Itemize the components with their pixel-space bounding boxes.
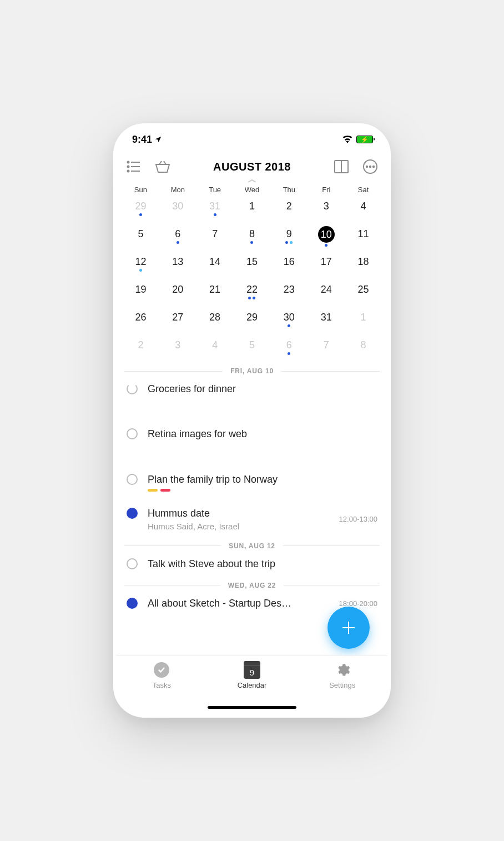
task-title: All about Sketch - Startup Des… (148, 597, 339, 610)
task-checkbox[interactable] (127, 558, 138, 569)
svg-point-10 (370, 166, 371, 167)
weekday-header: Sun Mon Tue Wed Thu Fri Sat (117, 183, 387, 197)
section-header: WED, AUG 22 (117, 582, 387, 589)
list-item[interactable]: Groceries for dinner (117, 375, 387, 403)
calendar-day[interactable]: 2 (270, 197, 308, 225)
day-number: 1 (249, 201, 255, 212)
calendar-day[interactable]: 1 (234, 197, 271, 225)
event-dots (250, 241, 253, 244)
month-title[interactable]: AUGUST 2018 (213, 161, 291, 173)
day-number: 31 (209, 201, 220, 212)
basket-icon[interactable] (154, 158, 171, 175)
calendar-day[interactable]: 26 (122, 308, 159, 336)
notch (191, 127, 313, 146)
calendar-day[interactable]: 8 (234, 225, 271, 253)
calendar-day[interactable]: 8 (345, 336, 382, 364)
day-number: 2 (286, 201, 292, 212)
calendar-day[interactable]: 6 (270, 336, 308, 364)
day-number: 13 (172, 256, 183, 268)
add-button[interactable] (327, 607, 370, 649)
day-number: 2 (138, 339, 143, 351)
calendar-day[interactable]: 15 (234, 253, 271, 281)
list-item[interactable]: Talk with Steve about the trip (117, 550, 387, 578)
tab-tasks[interactable]: Tasks (117, 662, 207, 714)
tab-label: Settings (329, 681, 355, 689)
location-icon (154, 136, 162, 143)
calendar-day[interactable]: 4 (345, 197, 382, 225)
more-icon[interactable] (362, 158, 379, 175)
home-indicator[interactable] (208, 706, 296, 709)
weekday-label: Thu (270, 186, 308, 194)
calendar-day[interactable]: 9 (270, 225, 308, 253)
calendar-day[interactable]: 30 (270, 308, 308, 336)
list-item[interactable]: Retina images for web (117, 420, 387, 448)
calendar-day[interactable]: 24 (308, 281, 345, 308)
calendar-day[interactable]: 27 (159, 308, 196, 336)
day-number: 17 (321, 256, 332, 268)
day-number: 30 (172, 201, 183, 212)
calendar-day[interactable]: 14 (196, 253, 234, 281)
phone-frame: 9:41 ⚡ AUGUST 2018 Sun Mon Tue Wed Thu F… (113, 123, 391, 718)
calendar-day[interactable]: 31 (308, 308, 345, 336)
calendar-day[interactable]: 12 (122, 253, 159, 281)
calendar-icon: 9 (244, 661, 260, 679)
calendar-day[interactable]: 20 (159, 281, 196, 308)
svg-point-0 (128, 162, 129, 163)
event-dots (325, 244, 327, 247)
task-tags (148, 489, 377, 492)
plus-icon (340, 619, 357, 636)
svg-point-2 (128, 166, 129, 168)
calendar-day[interactable]: 21 (196, 281, 234, 308)
list-item[interactable]: Hummus date Humus Said, Acre, Israel 12:… (117, 499, 387, 538)
calendar-day[interactable]: 18 (345, 253, 382, 281)
collapse-chevron-icon[interactable] (117, 179, 387, 183)
day-number: 7 (324, 339, 329, 351)
calendar-day[interactable]: 3 (308, 197, 345, 225)
task-checkbox[interactable] (127, 383, 138, 394)
calendar-day[interactable]: 28 (196, 308, 234, 336)
calendar-day[interactable]: 17 (308, 253, 345, 281)
calendar-day[interactable]: 2 (122, 336, 159, 364)
calendar-day[interactable]: 25 (345, 281, 382, 308)
calendar-day[interactable]: 13 (159, 253, 196, 281)
tab-label: Calendar (238, 681, 267, 689)
day-number: 16 (284, 256, 295, 268)
day-number: 6 (286, 339, 292, 351)
calendar-day[interactable]: 23 (270, 281, 308, 308)
calendar-day[interactable]: 10 (308, 225, 345, 253)
calendar-day[interactable]: 4 (196, 336, 234, 364)
day-number: 3 (324, 201, 329, 212)
calendar-day[interactable]: 11 (345, 225, 382, 253)
task-title: Talk with Steve about the trip (148, 558, 377, 570)
list-icon[interactable] (125, 158, 142, 175)
calendar-day[interactable]: 19 (122, 281, 159, 308)
task-title: Retina images for web (148, 428, 377, 440)
day-number: 23 (284, 284, 295, 296)
event-dots (248, 297, 255, 299)
calendar-day[interactable]: 29 (234, 308, 271, 336)
book-icon[interactable] (333, 158, 350, 175)
calendar-day[interactable]: 7 (308, 336, 345, 364)
calendar-day[interactable]: 7 (196, 225, 234, 253)
calendar-day[interactable]: 16 (270, 253, 308, 281)
calendar-day[interactable]: 5 (234, 336, 271, 364)
event-marker (127, 598, 138, 609)
calendar-day[interactable]: 3 (159, 336, 196, 364)
tab-settings[interactable]: Settings (297, 662, 387, 714)
day-number: 6 (175, 228, 180, 240)
task-checkbox[interactable] (127, 474, 138, 485)
event-dots (177, 241, 179, 244)
calendar-day[interactable]: 31 (196, 197, 234, 225)
day-number: 25 (358, 284, 369, 296)
gear-icon (334, 662, 351, 678)
calendar-day[interactable]: 5 (122, 225, 159, 253)
task-checkbox[interactable] (127, 428, 138, 439)
calendar-day[interactable]: 29 (122, 197, 159, 225)
day-number: 7 (212, 228, 218, 240)
list-item[interactable]: Plan the family trip to Norway (117, 465, 387, 499)
calendar-day[interactable]: 6 (159, 225, 196, 253)
day-number: 20 (172, 284, 183, 296)
calendar-day[interactable]: 30 (159, 197, 196, 225)
calendar-day[interactable]: 1 (345, 308, 382, 336)
calendar-day[interactable]: 22 (234, 281, 271, 308)
